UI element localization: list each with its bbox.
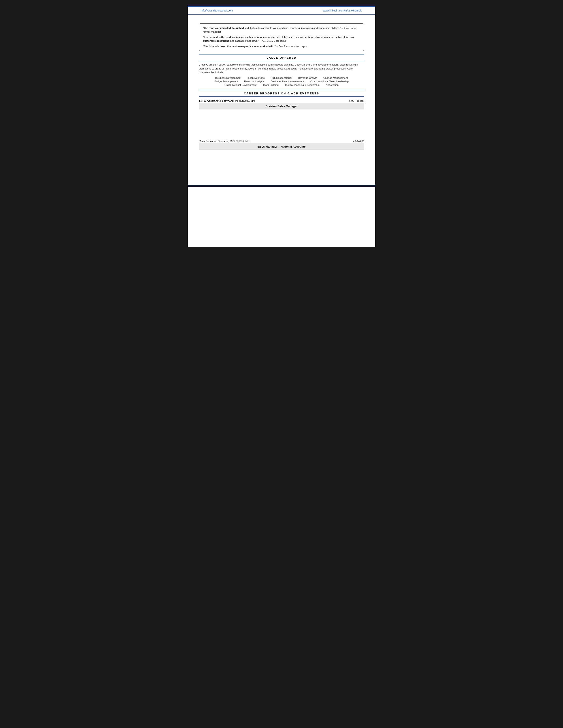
- job-2-content-area: [188, 152, 375, 182]
- comp-team-building: Team Building: [263, 84, 278, 86]
- comp-negotiation: Negotiation: [326, 84, 339, 86]
- resume-page: info@brandyourcareer.com www.linkedin.co…: [188, 4, 375, 247]
- competencies-row-2: Budget Management Financial Analysis Cus…: [199, 80, 364, 83]
- company-row-2: Reed Financial Services, Minneapolis, MN…: [199, 139, 364, 143]
- job-title-2: Sales Manager – National Accounts: [257, 145, 306, 148]
- job-title-1: Division Sales Manager: [265, 105, 298, 108]
- name-area: [188, 15, 375, 21]
- email-contact[interactable]: info@brandyourcareer.com: [201, 9, 233, 12]
- company-dates-2: 4/06–6/09: [353, 140, 364, 143]
- testimonial-2: “Jane provides the leadership every sale…: [203, 35, 360, 43]
- top-decorative-bar: [188, 4, 375, 6]
- contact-row: info@brandyourcareer.com www.linkedin.co…: [188, 7, 375, 15]
- comp-tactical: Tactical Planning & Leadership: [285, 84, 320, 86]
- linkedin-contact[interactable]: www.linkedin.com/in/janejtremble: [323, 9, 362, 12]
- comp-business-dev: Business Development: [215, 77, 241, 79]
- job-title-bar-1: Division Sales Manager: [199, 103, 364, 109]
- comp-budget: Budget Management: [214, 80, 238, 83]
- comp-financial: Financial Analysis: [244, 80, 264, 83]
- company-name-1: Tax & Accounting Software, Minneapolis, …: [199, 99, 255, 102]
- testimonials-box: “The reps you inherited flourished and t…: [199, 23, 364, 51]
- company-row-1: Tax & Accounting Software, Minneapolis, …: [199, 99, 364, 102]
- comp-customer-needs: Customer Needs Assessment: [270, 80, 304, 83]
- competencies-row-1: Business Development Incentive Plans P&L…: [199, 77, 364, 79]
- comp-change: Change Management: [323, 77, 348, 79]
- comp-pl: P&L Responsibility: [271, 77, 292, 79]
- testimonial-3: “She is hands down the best manager I’ve…: [203, 45, 360, 48]
- company-dates-1: 6/09–Present: [349, 99, 364, 102]
- job-title-bar-2: Sales Manager – National Accounts: [199, 143, 364, 150]
- comp-revenue: Revenue Growth: [298, 77, 317, 79]
- comp-cross-functional: Cross-functional Team Leadership: [310, 80, 349, 83]
- testimonial-1: “The reps you inherited flourished and t…: [203, 26, 360, 34]
- value-offered-title: VALUE OFFERED: [267, 56, 297, 59]
- comp-incentive: Incentive Plans: [247, 77, 265, 79]
- bottom-decorative-bar: [188, 185, 375, 187]
- career-title: CAREER PROGRESSION & ACHIEVEMENTS: [244, 92, 319, 95]
- value-description: Creative problem solver, capable of bala…: [199, 63, 364, 74]
- career-header: CAREER PROGRESSION & ACHIEVEMENTS: [199, 90, 364, 97]
- value-offered-header: VALUE OFFERED: [199, 54, 364, 61]
- competencies-row-3: Organizational Development Team Building…: [199, 84, 364, 86]
- comp-org-dev: Organizational Development: [224, 84, 256, 86]
- job-1-content-area: [188, 111, 375, 138]
- company-name-2: Reed Financial Services, Minneapolis, MN: [199, 139, 249, 143]
- competencies-section: Business Development Incentive Plans P&L…: [199, 77, 364, 86]
